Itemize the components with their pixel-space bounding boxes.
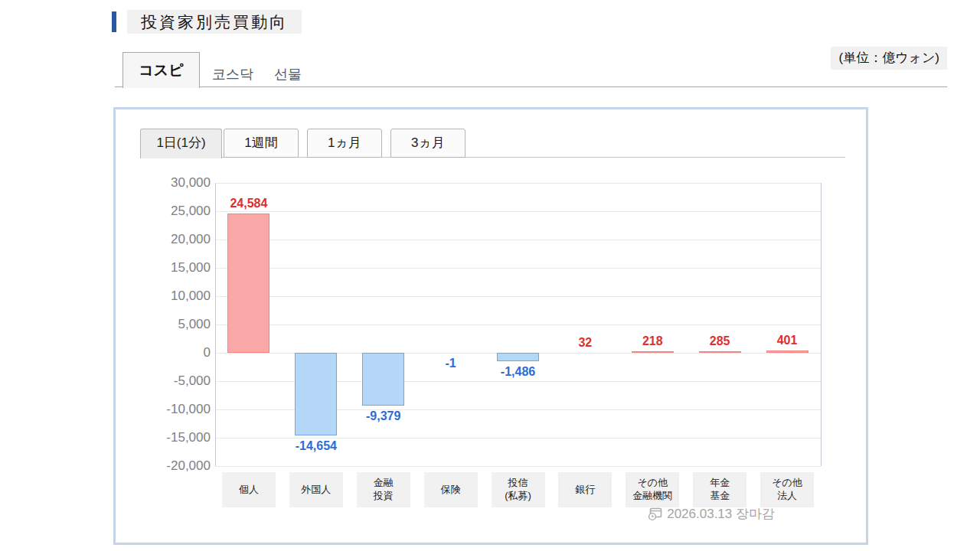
gridline [215, 268, 821, 269]
y-axis-tick-label: 20,000 [155, 232, 211, 247]
chart-bar [632, 351, 674, 353]
y-axis-tick-label: 10,000 [155, 289, 211, 304]
chart-bar [766, 350, 808, 353]
market-close-timestamp: 2026.03.13 장마감 [667, 505, 775, 523]
title-accent-bar [112, 11, 116, 32]
x-axis-category-label: その他 金融機関 [626, 472, 679, 507]
y-axis-tick-label: 30,000 [155, 175, 211, 191]
x-axis-category-label: 金融 投資 [357, 472, 410, 507]
chart-bar [362, 353, 404, 406]
x-axis-category-label: 個人 [222, 472, 276, 507]
x-axis-category-label: 年金 基金 [693, 472, 746, 507]
y-axis-tick-label: 0 [155, 345, 211, 360]
tab-futures[interactable]: 선물 [274, 65, 302, 83]
tab-kospi[interactable]: コスピ [122, 52, 200, 88]
x-axis-category-label: 保険 [424, 472, 478, 507]
gridline [215, 466, 821, 467]
chart-bar [295, 353, 337, 435]
chart-bar [227, 214, 270, 353]
gridline [215, 296, 821, 297]
unit-label: (単位：億ウォン) [831, 47, 947, 70]
chart-bar [699, 351, 741, 353]
y-axis-tick-label: -10,000 [155, 402, 211, 417]
bar-value-label: -9,379 [338, 409, 430, 423]
period-tab-1day[interactable]: 1日(1分) [140, 129, 222, 158]
x-axis-category-label: 投信 (私募) [492, 472, 545, 507]
gridline [215, 240, 821, 240]
market-tabs-divider [115, 86, 947, 87]
bar-value-label: 401 [741, 334, 833, 347]
tab-kosdaq[interactable]: 코스닥 [212, 65, 253, 83]
x-axis-category-label: 銀行 [558, 472, 612, 507]
bar-chart: 30,00025,00020,00015,00010,0005,0000-5,0… [116, 109, 866, 543]
bar-value-label: -14,654 [270, 439, 362, 453]
y-axis-tick-label: 5,000 [155, 317, 211, 332]
y-axis-tick-label: -15,000 [155, 430, 211, 445]
y-axis-tick-label: 15,000 [155, 260, 211, 276]
period-tab-1week[interactable]: 1週間 [224, 129, 299, 158]
clock-history-icon [648, 507, 662, 521]
gridline [215, 324, 821, 325]
chart-bar [497, 353, 539, 361]
x-axis-category-label: 外国人 [289, 472, 343, 507]
period-tab-3month[interactable]: 3ヵ月 [390, 129, 466, 158]
page-title: 投資家別売買動向 [127, 10, 302, 34]
chart-footer: 2026.03.13 장마감 [648, 505, 775, 523]
gridline [215, 438, 821, 439]
x-axis-category-label: その他 法人 [760, 472, 814, 507]
gridline [215, 183, 821, 184]
y-axis-tick-label: -5,000 [155, 373, 211, 389]
gridline [215, 211, 821, 212]
y-axis-tick-label: -20,000 [155, 458, 211, 474]
bar-value-label: -1,486 [472, 365, 564, 379]
y-axis-line [215, 183, 216, 466]
period-tab-1month[interactable]: 1ヵ月 [307, 129, 382, 158]
chart-panel: 1日(1分) 1週間 1ヵ月 3ヵ月 30,00025,00020,00015,… [113, 107, 868, 545]
plot-right-border [821, 183, 822, 466]
bar-value-label: 24,584 [203, 197, 295, 210]
